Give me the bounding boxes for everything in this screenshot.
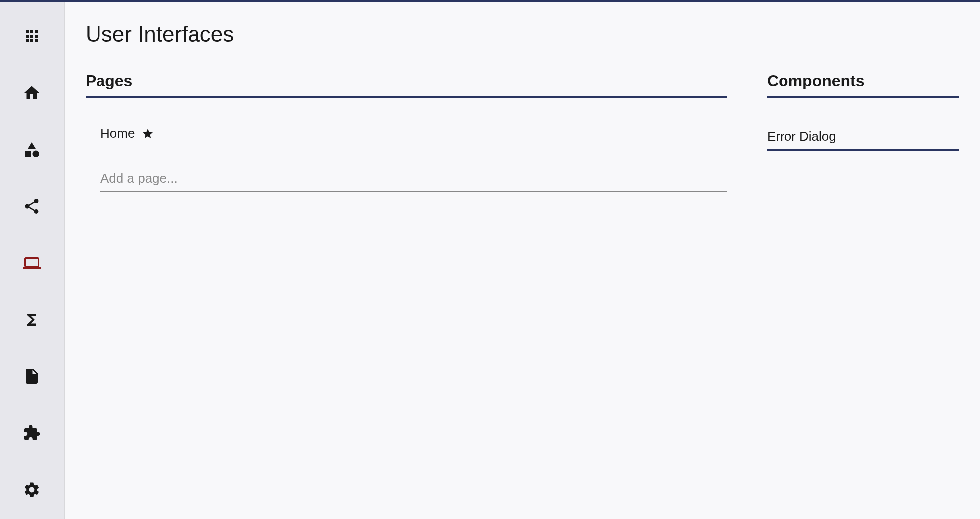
laptop-icon	[23, 254, 41, 272]
components-heading: Components	[767, 72, 959, 98]
page-title: User Interfaces	[86, 22, 959, 47]
sidebar-item-file[interactable]	[21, 366, 42, 387]
add-page-input[interactable]	[100, 168, 727, 192]
sidebar-item-apps[interactable]	[21, 26, 42, 47]
file-icon	[23, 367, 41, 385]
home-icon	[23, 84, 41, 102]
sidebar-item-home[interactable]	[21, 83, 42, 103]
pages-heading: Pages	[86, 72, 727, 98]
pages-column: Pages Home	[86, 72, 727, 192]
sidebar-item-share[interactable]	[21, 196, 42, 217]
page-row-home[interactable]: Home	[86, 126, 727, 141]
star-icon	[142, 128, 154, 140]
sidebar-item-ui[interactable]	[21, 253, 42, 273]
columns: Pages Home Components	[86, 72, 959, 192]
page-label: Home	[100, 126, 135, 141]
main-content: User Interfaces Pages Home Components	[65, 2, 980, 519]
apps-icon	[23, 27, 41, 45]
sidebar	[0, 2, 65, 519]
settings-icon	[23, 481, 41, 499]
sidebar-item-settings[interactable]	[21, 479, 42, 500]
sidebar-item-shapes[interactable]	[21, 139, 42, 160]
extension-icon	[23, 424, 41, 442]
share-icon	[23, 197, 41, 215]
sigma-icon	[23, 311, 41, 329]
components-column: Components	[767, 72, 959, 192]
sidebar-item-functions[interactable]	[21, 309, 42, 330]
sidebar-item-extension[interactable]	[21, 423, 42, 443]
component-name-input[interactable]	[767, 126, 959, 151]
shapes-icon	[23, 141, 41, 159]
